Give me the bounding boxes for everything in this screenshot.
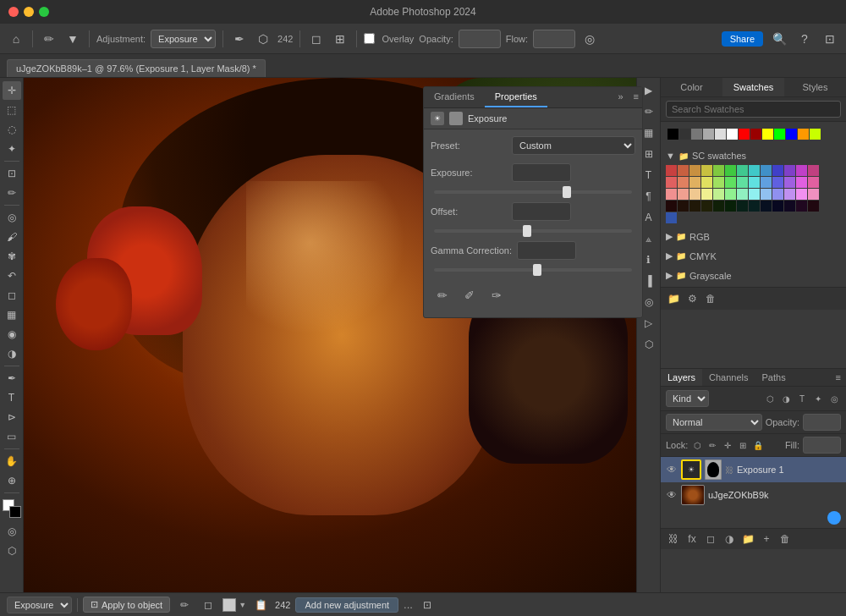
lock-artboard-icon[interactable]: ⊞	[737, 439, 749, 451]
grid-icon[interactable]: ⊞	[331, 30, 349, 48]
layer-filter-adj-icon[interactable]: ◑	[779, 392, 793, 405]
layer-row-photo[interactable]: 👁 uJgeZOKbB9k	[661, 482, 846, 508]
swatch-red[interactable]	[739, 129, 750, 140]
swatch-item[interactable]	[772, 189, 783, 200]
swatch-item[interactable]	[737, 165, 748, 176]
select-rect-tool[interactable]: ⬚	[3, 101, 21, 119]
window-icon[interactable]: ⊡	[821, 30, 839, 48]
swatch-item[interactable]	[666, 177, 677, 188]
lasso-tool[interactable]: ◌	[3, 120, 21, 139]
eyedropper-black-icon[interactable]: ✑	[488, 287, 505, 304]
swatch-item[interactable]	[761, 201, 772, 212]
lock-position-icon[interactable]: ✛	[722, 439, 733, 451]
gradient-tool[interactable]: ▦	[3, 305, 21, 324]
close-button[interactable]	[8, 7, 19, 17]
swatch-item[interactable]	[725, 165, 736, 176]
gamma-value[interactable]: 1.00	[517, 241, 576, 260]
swatch-item[interactable]	[666, 189, 677, 200]
bottom-mask-icon[interactable]: ◻	[199, 596, 217, 614]
swatch-item[interactable]	[761, 189, 772, 200]
blur-tool[interactable]: ◉	[3, 325, 21, 344]
offset-value[interactable]: -0.0378	[512, 202, 571, 221]
swatch-item[interactable]	[784, 189, 795, 200]
tab-layers[interactable]: Layers	[661, 369, 702, 386]
text-tool[interactable]: T	[3, 388, 21, 407]
swatch-item[interactable]	[701, 165, 712, 176]
opacity-value[interactable]: 100%	[803, 414, 841, 431]
brush-icon[interactable]: ✏	[40, 30, 58, 48]
swatch-item[interactable]	[808, 189, 819, 200]
overlay-checkbox[interactable]	[364, 33, 375, 44]
swatch-item[interactable]	[808, 201, 819, 212]
swatch-item[interactable]	[784, 165, 795, 176]
swatch-settings-icon[interactable]: ⚙	[684, 291, 700, 306]
swatch-item[interactable]	[808, 165, 819, 176]
eyedropper-white-icon[interactable]: ✐	[461, 287, 478, 304]
layer-filter-shape-icon[interactable]: ✦	[811, 392, 825, 405]
pen-icon[interactable]: ✒	[230, 30, 249, 48]
bottom-panel-icon[interactable]: ⊡	[418, 596, 437, 614]
tab-properties[interactable]: Properties	[485, 87, 547, 107]
swatch-item[interactable]	[737, 189, 748, 200]
swatch-delete-icon[interactable]: 🗑	[703, 291, 718, 306]
lock-transparency-icon[interactable]: ⬡	[691, 439, 703, 451]
swatch-item[interactable]	[725, 189, 736, 200]
swatches-search-input[interactable]	[666, 101, 841, 118]
layers-panel-menu-icon[interactable]: ≡	[831, 369, 846, 386]
add-adjustment-button[interactable]: Add new adjustment	[295, 597, 398, 613]
layer-mask-add-icon[interactable]: ◻	[703, 531, 718, 547]
document-tab[interactable]: uJgeZOKbB89k–1 @ 97.6% (Exposure 1, Laye…	[7, 59, 266, 77]
exposure-value[interactable]: +1.06	[512, 163, 571, 182]
swatch-item[interactable]	[749, 189, 760, 200]
layer-filter-smart-icon[interactable]: ◎	[827, 392, 841, 405]
swatch-dark-red[interactable]	[750, 129, 761, 140]
swatch-item[interactable]	[784, 177, 795, 188]
swatch-item[interactable]	[689, 177, 700, 188]
tab-paths[interactable]: Paths	[755, 369, 793, 386]
swatch-item[interactable]	[796, 189, 807, 200]
lock-all-icon[interactable]: 🔒	[752, 439, 764, 451]
swatch-item[interactable]	[784, 201, 795, 212]
flow-input[interactable]: 100%	[533, 30, 575, 48]
preset-dropdown[interactable]: Custom	[512, 136, 635, 155]
swatch-item[interactable]	[678, 189, 689, 200]
lock-image-icon[interactable]: ✏	[706, 439, 718, 451]
swatch-lighter-gray[interactable]	[715, 129, 726, 140]
swatch-orange[interactable]	[798, 129, 809, 140]
swatch-item[interactable]	[713, 177, 724, 188]
swatch-item[interactable]	[796, 165, 807, 176]
layer-row-exposure[interactable]: 👁 ☀ ⛓ Exposure 1	[661, 457, 846, 482]
swatch-lime[interactable]	[810, 129, 821, 140]
swatch-item[interactable]	[701, 189, 712, 200]
swatch-item[interactable]	[678, 201, 689, 212]
gamma-slider-track[interactable]	[434, 268, 632, 272]
layer-visibility-photo[interactable]: 👁	[666, 489, 678, 501]
bottom-paint-icon[interactable]: ✏	[175, 596, 194, 614]
swatch-item[interactable]	[689, 189, 700, 200]
swatch-item[interactable]	[666, 165, 677, 176]
panel-color-icon[interactable]: ⬡	[640, 335, 658, 354]
mask-icon[interactable]: ◻	[307, 30, 326, 48]
search-icon[interactable]: 🔍	[770, 30, 788, 48]
hand-tool[interactable]: ✋	[3, 452, 21, 470]
opacity-input[interactable]: 30%	[459, 30, 501, 48]
gamma-slider-thumb[interactable]	[533, 264, 541, 276]
swatch-item[interactable]	[666, 201, 677, 212]
airbrush-icon[interactable]: ◎	[580, 30, 599, 48]
spot-heal-tool[interactable]: ◎	[3, 208, 21, 227]
swatch-item[interactable]	[772, 177, 783, 188]
swatch-light-gray[interactable]	[703, 129, 714, 140]
layer-filter-pixel-icon[interactable]: ⬡	[763, 392, 777, 405]
offset-slider-track[interactable]	[434, 229, 632, 233]
tab-styles[interactable]: Styles	[784, 78, 846, 96]
dodge-tool[interactable]: ◑	[3, 344, 21, 363]
swatch-item[interactable]	[796, 201, 807, 212]
swatch-dark-gray[interactable]	[679, 129, 690, 140]
offset-slider-thumb[interactable]	[523, 225, 531, 237]
maximize-button[interactable]	[39, 7, 49, 17]
swatch-yellow[interactable]	[762, 129, 773, 140]
fill-value[interactable]: 100%	[803, 437, 841, 454]
swatch-item[interactable]	[749, 201, 760, 212]
panel-expand-icon[interactable]: »	[614, 87, 626, 107]
magic-wand-tool[interactable]: ✦	[3, 140, 21, 158]
